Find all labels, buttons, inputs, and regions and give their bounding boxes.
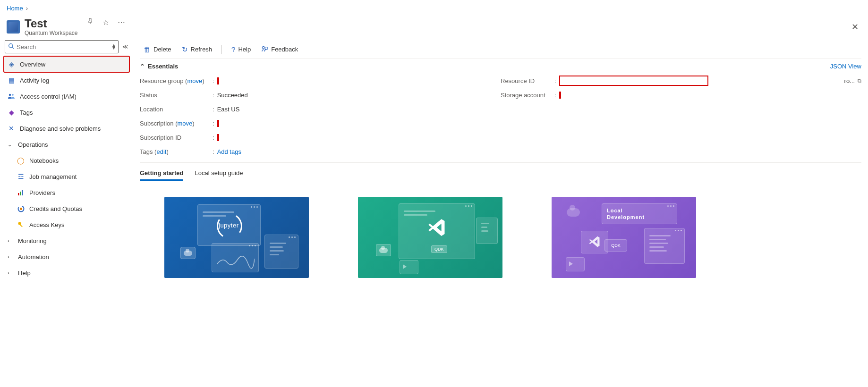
location-value: East US xyxy=(217,106,501,113)
essentials-label: Subscription ID xyxy=(140,134,210,141)
breadcrumb: Home › xyxy=(0,0,868,17)
activity-log-icon: ▤ xyxy=(8,76,15,84)
refresh-icon: ↻ xyxy=(182,45,188,54)
sidebar-item-label: Overview xyxy=(20,61,45,68)
sidebar-item-credits-quotas[interactable]: Credits and Quotas xyxy=(4,201,129,217)
pin-icon[interactable] xyxy=(86,17,94,27)
diagnose-icon: ✕ xyxy=(8,125,15,132)
search-updown-icon[interactable]: ▲▼ xyxy=(111,44,116,50)
svg-point-0 xyxy=(9,44,13,48)
star-icon[interactable]: ☆ xyxy=(102,18,109,27)
cloud-icon xyxy=(567,208,580,217)
sidebar-item-diagnose[interactable]: ✕ Diagnose and solve problems xyxy=(4,120,129,136)
svg-rect-5 xyxy=(22,190,23,195)
qdk-badge: QDK xyxy=(431,245,447,253)
delete-button[interactable]: 🗑 Delete xyxy=(140,43,175,55)
sidebar-item-label: Activity log xyxy=(20,77,49,84)
add-tags-link[interactable]: Add tags xyxy=(217,148,241,155)
move-link[interactable]: move xyxy=(187,77,202,84)
essentials-label: Status xyxy=(140,92,210,99)
close-icon[interactable]: ✕ xyxy=(849,19,861,35)
search-input[interactable] xyxy=(5,42,118,52)
resource-group-value[interactable] xyxy=(217,77,219,84)
sidebar-item-label: Access control (IAM) xyxy=(20,93,77,100)
search-icon xyxy=(8,43,14,50)
edit-link[interactable]: edit xyxy=(156,148,166,155)
sidebar-item-overview[interactable]: ◈ Overview xyxy=(4,56,129,72)
copy-icon[interactable]: ⧉ xyxy=(858,78,861,84)
card-text: Development xyxy=(607,214,645,220)
credits-icon xyxy=(17,205,25,212)
sidebar-item-label: Diagnose and solve problems xyxy=(20,125,101,132)
toolbar: 🗑 Delete ↻ Refresh ? Help Feedback xyxy=(140,40,861,59)
json-view-link[interactable]: JSON View xyxy=(830,63,861,70)
sidebar-item-providers[interactable]: Providers xyxy=(4,185,129,201)
card-jupyter[interactable]: jupyter xyxy=(164,197,309,278)
notebooks-icon: ◯ xyxy=(17,157,25,164)
sidebar-section-label: Monitoring xyxy=(18,237,47,244)
chevron-right-icon: › xyxy=(8,238,13,244)
chevron-right-icon: › xyxy=(8,270,13,276)
page-title: Test xyxy=(25,17,78,30)
move-link[interactable]: move xyxy=(178,120,193,127)
collapse-sidebar-icon[interactable]: ≪ xyxy=(122,43,128,50)
card-vscode-qdk[interactable]: QDK xyxy=(358,197,502,278)
toolbar-label: Help xyxy=(238,46,251,53)
svg-point-10 xyxy=(263,46,265,49)
subscription-id-value[interactable] xyxy=(217,134,219,141)
page-subtitle: Quantum Workspace xyxy=(25,30,78,36)
sidebar-item-label: Tags xyxy=(20,109,33,116)
key-icon xyxy=(17,221,25,228)
vscode-icon xyxy=(426,217,447,238)
sidebar-item-label: Providers xyxy=(29,189,55,196)
sidebar-search[interactable]: ▲▼ xyxy=(5,40,119,53)
sidebar-section-monitoring[interactable]: › Monitoring xyxy=(4,233,129,249)
sidebar-section-operations[interactable]: ⌄ Operations xyxy=(4,136,129,152)
essentials-label: Resource ID xyxy=(501,77,552,84)
status-value: Succeeded xyxy=(217,92,501,99)
essentials-label: Location xyxy=(140,106,210,113)
sidebar-item-access-keys[interactable]: Access Keys xyxy=(4,217,129,233)
sidebar-section-help[interactable]: › Help xyxy=(4,265,129,281)
sidebar-item-label: Access Keys xyxy=(29,221,64,228)
sidebar-item-access-control[interactable]: Access control (IAM) xyxy=(4,88,129,104)
chevron-right-icon: › xyxy=(26,5,28,12)
essentials-toggle[interactable]: ⌃ Essentials xyxy=(140,63,178,70)
tab-local-setup[interactable]: Local setup guide xyxy=(195,169,243,181)
sidebar-item-activity-log[interactable]: ▤ Activity log xyxy=(4,72,129,88)
refresh-button[interactable]: ↻ Refresh xyxy=(178,43,216,56)
svg-point-1 xyxy=(9,94,11,96)
card-text: Local xyxy=(607,208,623,213)
storage-account-value[interactable] xyxy=(559,92,561,99)
svg-rect-9 xyxy=(20,224,23,227)
delete-icon: 🗑 xyxy=(144,45,151,53)
access-control-icon xyxy=(8,93,15,100)
essentials-panel: Resource group (move) : Status : Succeed… xyxy=(140,74,861,163)
help-button[interactable]: ? Help xyxy=(228,43,255,55)
svg-rect-4 xyxy=(20,192,21,195)
sidebar-section-automation[interactable]: › Automation xyxy=(4,249,129,265)
main-content: 🗑 Delete ↻ Refresh ? Help Feedback ⌃ xyxy=(133,40,868,289)
feedback-button[interactable]: Feedback xyxy=(257,43,302,56)
sidebar-item-label: Notebooks xyxy=(29,157,59,164)
toolbar-label: Delete xyxy=(153,46,171,53)
tags-icon: ◆ xyxy=(8,109,15,116)
qdk-badge: QDK xyxy=(611,243,621,248)
essentials-header: Essentials xyxy=(148,63,178,70)
card-local-development[interactable]: Local Development QDK xyxy=(552,197,696,278)
toolbar-separator xyxy=(221,45,222,54)
resource-id-value[interactable] xyxy=(559,76,708,86)
essentials-label: Subscription (move) xyxy=(140,120,210,127)
sidebar-item-notebooks[interactable]: ◯ Notebooks xyxy=(4,152,129,168)
tab-getting-started[interactable]: Getting started xyxy=(140,169,183,181)
sidebar-item-job-management[interactable]: ☲ Job management xyxy=(4,168,129,185)
chevron-right-icon: › xyxy=(8,254,13,260)
breadcrumb-home[interactable]: Home xyxy=(7,5,23,12)
subscription-value[interactable] xyxy=(217,120,219,127)
svg-point-7 xyxy=(20,208,22,210)
resource-id-trail: ro... xyxy=(844,77,855,84)
more-icon[interactable]: ⋯ xyxy=(118,18,125,27)
providers-icon xyxy=(17,189,25,196)
sidebar-item-tags[interactable]: ◆ Tags xyxy=(4,104,129,120)
chevron-down-icon: ⌄ xyxy=(8,142,13,148)
